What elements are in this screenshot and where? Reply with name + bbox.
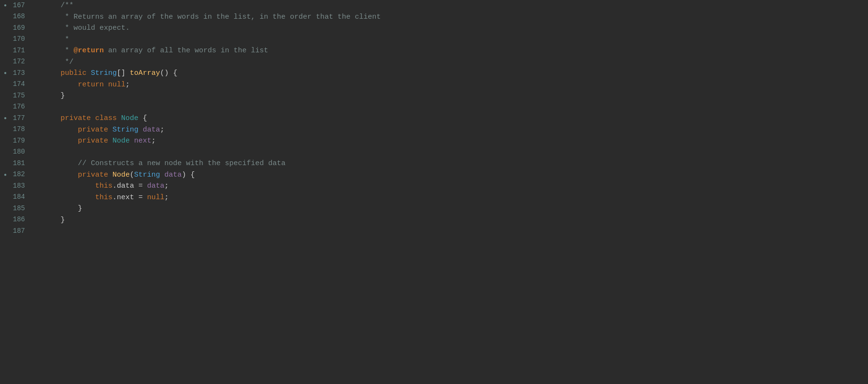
code-line-173: public String[] toArray() {	[43, 68, 868, 79]
line-number-172: 172	[5, 57, 29, 68]
code-line-170: *	[43, 34, 868, 46]
line-number-170: 170	[5, 34, 29, 46]
code-line-167: /**	[43, 0, 868, 12]
line-number-167: 167	[5, 0, 29, 12]
line-number-185: 185	[5, 203, 29, 215]
line-numbers: 1671681691701711721731741751761771781791…	[0, 0, 34, 384]
line-number-180: 180	[5, 147, 29, 158]
code-line-175: }	[43, 90, 868, 102]
line-number-176: 176	[5, 102, 29, 113]
line-number-173: 173	[5, 68, 29, 79]
code-line-181: // Constructs a new node with the specif…	[43, 158, 868, 169]
code-line-179: private Node next;	[43, 135, 868, 147]
code-line-180	[43, 147, 868, 158]
code-line-176	[43, 102, 868, 113]
line-number-177: 177	[5, 113, 29, 124]
code-line-172: */	[43, 57, 868, 68]
code-line-169: * would expect.	[43, 23, 868, 34]
line-number-171: 171	[5, 45, 29, 57]
code-line-185: }	[43, 203, 868, 215]
line-number-175: 175	[5, 90, 29, 102]
code-line-171: * @return an array of all the words in t…	[43, 45, 868, 57]
code-line-168: * Returns an array of the words in the l…	[43, 12, 868, 23]
code-line-177: private class Node {	[43, 113, 868, 124]
line-number-187: 187	[5, 226, 29, 237]
line-number-169: 169	[5, 23, 29, 34]
line-number-186: 186	[5, 215, 29, 226]
code-line-184: this.next = null;	[43, 192, 868, 204]
code-line-183: this.data = data;	[43, 180, 868, 192]
code-line-182: private Node(String data) {	[43, 169, 868, 181]
code-content: /** * Returns an array of the words in t…	[34, 0, 868, 384]
line-number-179: 179	[5, 135, 29, 147]
code-line-186: }	[43, 215, 868, 226]
line-number-183: 183	[5, 180, 29, 192]
line-number-168: 168	[5, 12, 29, 23]
line-number-174: 174	[5, 79, 29, 91]
line-number-178: 178	[5, 124, 29, 136]
code-line-187	[43, 226, 868, 237]
code-line-178: private String data;	[43, 124, 868, 136]
line-number-181: 181	[5, 158, 29, 169]
code-line-174: return null;	[43, 79, 868, 91]
code-editor: 1671681691701711721731741751761771781791…	[0, 0, 868, 384]
line-number-182: 182	[5, 169, 29, 181]
line-number-184: 184	[5, 192, 29, 204]
